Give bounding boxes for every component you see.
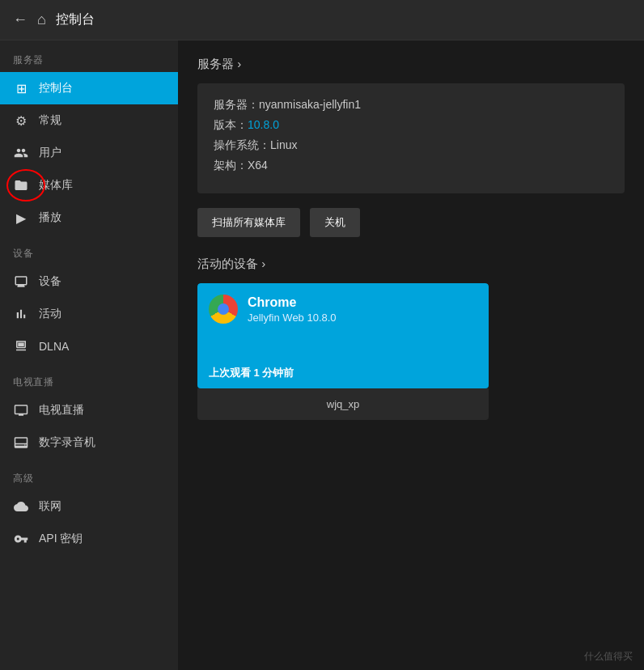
sidebar-item-label: 数字录音机 xyxy=(39,435,95,450)
section-tv-label: 电视直播 xyxy=(0,363,178,394)
server-name-row: 服务器：nyanmisaka-jellyfin1 xyxy=(214,98,608,112)
sidebar-item-media[interactable]: 媒体库 xyxy=(0,169,178,201)
sidebar: 服务器 ⊞ 控制台 ⚙ 常规 用户 媒体库 ▶ 播放 设备 xyxy=(0,40,178,670)
sidebar-item-label: 电视直播 xyxy=(39,403,84,418)
os-row: 操作系统：Linux xyxy=(214,138,608,153)
sidebar-item-label: 设备 xyxy=(39,274,61,289)
sidebar-item-label: 播放 xyxy=(39,210,61,225)
activity-icon xyxy=(13,306,29,322)
sidebar-item-apikey[interactable]: API 密钥 xyxy=(0,523,178,555)
sidebar-item-label: 用户 xyxy=(39,146,61,160)
play-icon: ▶ xyxy=(13,210,29,226)
chrome-icon xyxy=(209,295,238,324)
sidebar-item-label: DLNA xyxy=(39,340,69,353)
device-name: Chrome xyxy=(248,295,477,312)
device-last-seen: 上次观看 1 分钟前 xyxy=(209,366,294,380)
sidebar-item-dlna[interactable]: DLNA xyxy=(0,330,178,363)
arch-row: 架构：X64 xyxy=(214,159,608,173)
os-label: 操作系统： xyxy=(214,138,270,151)
scan-media-button[interactable]: 扫描所有媒体库 xyxy=(197,208,300,237)
device-user: wjq_xp xyxy=(197,388,489,420)
sidebar-item-livetv[interactable]: 电视直播 xyxy=(0,394,178,426)
device-sub: Jellyfin Web 10.8.0 xyxy=(248,312,477,324)
section-server-label: 服务器 xyxy=(0,40,178,72)
device-card-inner: Chrome Jellyfin Web 10.8.0 xyxy=(197,283,489,335)
console-icon: ⊞ xyxy=(13,80,29,96)
sidebar-item-general[interactable]: ⚙ 常规 xyxy=(0,104,178,137)
device-card[interactable]: Chrome Jellyfin Web 10.8.0 上次观看 1 分钟前 xyxy=(197,283,489,388)
version-label: 版本： xyxy=(214,118,248,131)
device-icon xyxy=(13,274,29,290)
content-area: 服务器 › 服务器：nyanmisaka-jellyfin1 版本：10.8.0… xyxy=(178,40,644,670)
version-row: 版本：10.8.0 xyxy=(214,118,608,133)
device-info: Chrome Jellyfin Web 10.8.0 xyxy=(248,295,477,324)
server-label: 服务器： xyxy=(214,98,259,111)
tv-icon xyxy=(13,402,29,418)
sidebar-item-console[interactable]: ⊞ 控制台 xyxy=(0,72,178,104)
sidebar-item-devices[interactable]: 设备 xyxy=(0,265,178,298)
cloud-icon xyxy=(13,498,29,515)
header: ← ⌂ 控制台 xyxy=(0,0,644,40)
home-button[interactable]: ⌂ xyxy=(37,11,46,28)
section-advanced-label: 高级 xyxy=(0,459,178,490)
version-value: 10.8.0 xyxy=(248,118,279,131)
sidebar-item-label: 控制台 xyxy=(39,81,73,95)
arch-value: X64 xyxy=(248,159,268,172)
gear-icon: ⚙ xyxy=(13,112,29,129)
section-device-label: 设备 xyxy=(0,234,178,265)
sidebar-item-label: 联网 xyxy=(39,499,61,514)
action-buttons: 扫描所有媒体库 关机 xyxy=(197,208,625,237)
os-value: Linux xyxy=(270,138,297,151)
devices-section-title: 活动的设备 › xyxy=(197,257,625,272)
folder-icon xyxy=(13,177,29,193)
dlna-icon xyxy=(13,338,29,354)
users-icon xyxy=(13,145,29,161)
sidebar-item-label: 活动 xyxy=(39,307,61,321)
server-info-card: 服务器：nyanmisaka-jellyfin1 版本：10.8.0 操作系统：… xyxy=(197,83,625,193)
sidebar-item-activity[interactable]: 活动 xyxy=(0,298,178,330)
sidebar-item-networking[interactable]: 联网 xyxy=(0,490,178,523)
dvr-icon xyxy=(13,435,29,451)
server-value: nyanmisaka-jellyfin1 xyxy=(259,98,361,111)
main-layout: 服务器 ⊞ 控制台 ⚙ 常规 用户 媒体库 ▶ 播放 设备 xyxy=(0,40,644,670)
sidebar-item-playback[interactable]: ▶ 播放 xyxy=(0,201,178,234)
sidebar-item-label: API 密钥 xyxy=(39,532,83,546)
back-button[interactable]: ← xyxy=(13,11,28,28)
shutdown-button[interactable]: 关机 xyxy=(310,208,360,237)
server-section-title: 服务器 › xyxy=(197,57,625,72)
key-icon xyxy=(13,531,29,547)
active-device-container: Chrome Jellyfin Web 10.8.0 上次观看 1 分钟前 wj… xyxy=(197,283,489,420)
arch-label: 架构： xyxy=(214,159,248,172)
sidebar-item-label: 常规 xyxy=(39,113,61,128)
page-title: 控制台 xyxy=(56,11,95,28)
sidebar-item-dvr[interactable]: 数字录音机 xyxy=(0,426,178,459)
sidebar-item-users[interactable]: 用户 xyxy=(0,137,178,169)
sidebar-item-label: 媒体库 xyxy=(39,178,73,193)
